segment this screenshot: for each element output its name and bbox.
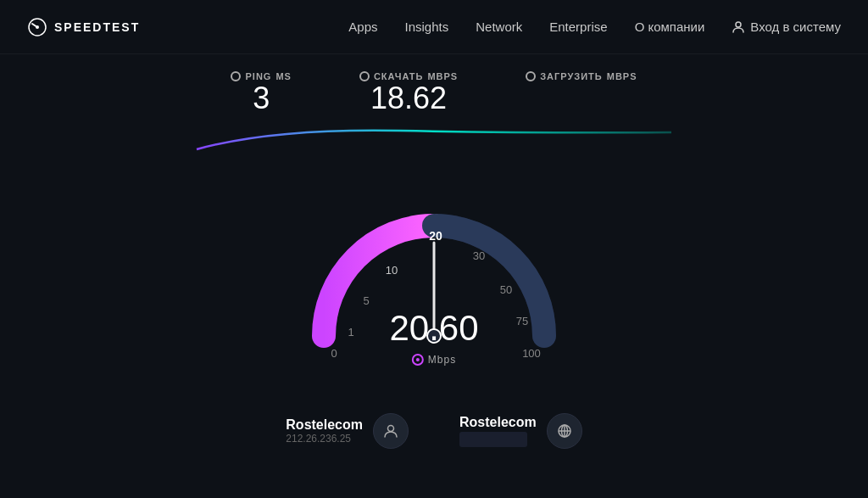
stat-upload: ЗАГРУЗИТЬ Mbps xyxy=(526,71,637,115)
login-label: Вход в систему xyxy=(750,20,841,34)
svg-text:50: 50 xyxy=(500,283,512,296)
main-content: PING ms 3 СКАЧАТЬ Mbps 18.62 ЗАГРУЗИТЬ M… xyxy=(0,54,868,449)
provider-left-text: Rostelecom 212.26.236.25 xyxy=(286,417,363,445)
nav-item-enterprise[interactable]: Enterprise xyxy=(549,20,607,34)
provider-right-text: Rostelecom xyxy=(459,415,537,447)
gauge-unit-row: Mbps xyxy=(412,354,456,366)
speedtest-logo-icon xyxy=(27,17,47,37)
provider-redacted xyxy=(459,432,527,447)
nav-item-insights[interactable]: Insights xyxy=(405,20,449,34)
provider-name-left: Rostelecom xyxy=(286,417,363,433)
progress-line xyxy=(188,124,680,158)
nav-login[interactable]: Вход в систему xyxy=(732,20,841,34)
nav-item-network[interactable]: Network xyxy=(476,20,522,34)
download-value: 18.62 xyxy=(370,81,447,115)
svg-text:10: 10 xyxy=(386,264,398,277)
gauge-value: 20.60 xyxy=(389,308,478,349)
progress-svg xyxy=(188,124,680,158)
logo-text: SPEEDTEST xyxy=(54,20,140,34)
provider-ip: 212.26.236.25 xyxy=(286,433,363,445)
provider-right: Rostelecom xyxy=(459,413,582,449)
gauge-svg: 0 1 5 10 20 30 50 75 100 xyxy=(298,179,570,383)
svg-text:20: 20 xyxy=(429,229,442,243)
download-dot xyxy=(359,71,370,81)
svg-text:1: 1 xyxy=(348,326,353,339)
svg-text:5: 5 xyxy=(363,294,369,307)
gauge-container: 0 1 5 10 20 30 50 75 100 20.60 Mbps xyxy=(298,162,570,400)
svg-text:0: 0 xyxy=(331,347,337,360)
provider-left: Rostelecom 212.26.236.25 xyxy=(286,413,409,449)
gauge-unit-label: Mbps xyxy=(428,354,456,366)
person-icon xyxy=(383,423,398,439)
ping-value: 3 xyxy=(253,81,270,115)
stat-ping: PING ms 3 xyxy=(231,71,291,115)
ping-dot xyxy=(231,71,241,81)
svg-point-2 xyxy=(736,22,741,27)
upload-dot xyxy=(526,71,536,81)
user-icon xyxy=(732,20,745,34)
globe-icon xyxy=(557,423,572,439)
provider-name-right: Rostelecom xyxy=(459,415,537,430)
svg-text:100: 100 xyxy=(522,347,541,360)
bottom-info: Rostelecom 212.26.236.25 Rostelecom xyxy=(286,413,581,449)
stat-download: СКАЧАТЬ Mbps 18.62 xyxy=(359,71,458,115)
provider-user-button[interactable] xyxy=(373,413,409,449)
logo[interactable]: SPEEDTEST xyxy=(27,17,140,37)
gauge-unit-icon xyxy=(412,354,424,366)
nav-item-apps[interactable]: Apps xyxy=(348,20,377,34)
svg-text:75: 75 xyxy=(516,315,528,327)
svg-text:30: 30 xyxy=(473,249,485,262)
svg-point-14 xyxy=(388,425,394,431)
nav: Apps Insights Network Enterprise О компа… xyxy=(348,20,841,34)
svg-point-1 xyxy=(36,25,39,29)
header: SPEEDTEST Apps Insights Network Enterpri… xyxy=(0,0,868,54)
stats-row: PING ms 3 СКАЧАТЬ Mbps 18.62 ЗАГРУЗИТЬ M… xyxy=(231,71,637,115)
nav-item-about[interactable]: О компании xyxy=(635,20,705,34)
stat-upload-label: ЗАГРУЗИТЬ Mbps xyxy=(526,71,637,81)
provider-globe-button[interactable] xyxy=(547,413,582,449)
